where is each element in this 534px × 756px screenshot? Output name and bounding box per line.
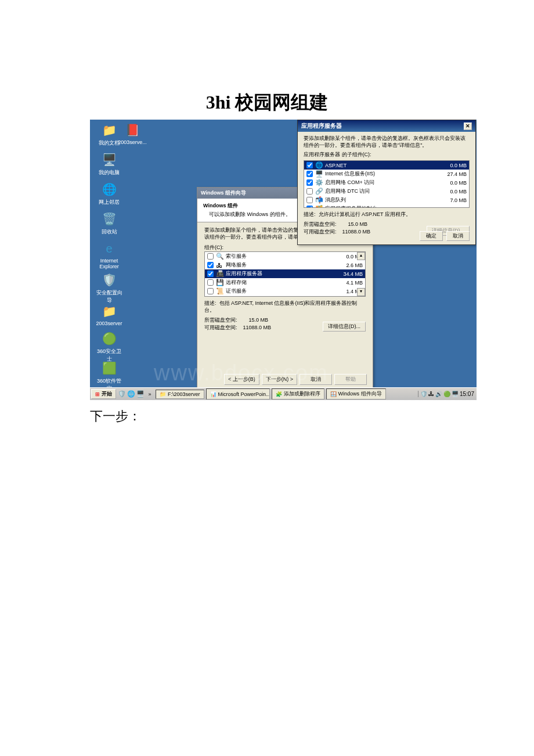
taskbar-task[interactable]: 📊Microsoft PowerPoin... <box>206 388 270 399</box>
subcomponent-row[interactable]: 🗂️应用程序服务器控制台0.0 MB <box>304 204 469 208</box>
subcomponent-icon: 🗂️ <box>315 205 323 208</box>
clock[interactable]: 15:07 <box>460 391 474 397</box>
subcomponent-row[interactable]: 📬消息队列7.0 MB <box>304 196 469 204</box>
component-row[interactable]: 📜证书服务1.4 MB <box>205 287 365 296</box>
subcomponent-icon: ⚙️ <box>315 179 323 186</box>
folder-icon: 📁 <box>160 391 166 397</box>
components-label: 组件(C): <box>204 244 366 251</box>
dialog-titlebar[interactable]: 应用程序服务器 ✕ <box>298 120 475 132</box>
dialog-instruction: 要添加或删除某个组件，请单击旁边的复选框。灰色框表示只会安装该组件的一部分。要查… <box>304 135 470 149</box>
dialog-description: 描述: 允许此计算机运行 ASP.NET 应用程序。 <box>304 211 470 218</box>
help-button[interactable]: 帮助 <box>334 374 367 385</box>
component-row[interactable]: 💾远程存储4.1 MB <box>205 278 365 287</box>
quick-launch: 🛡️ 🌐 🖥️ » <box>118 390 154 398</box>
taskbar: ⊞ 开始 🛡️ 🌐 🖥️ » 📁 F:\2003server 📊Microsof… <box>90 387 477 400</box>
scroll-down-icon[interactable]: ▾ <box>357 288 365 296</box>
disk-space-info: 所需磁盘空间: 15.0 MB 可用磁盘空间: 11088.0 MB <box>204 316 271 332</box>
subcomponents-list[interactable]: 🌐ASP.NET0.0 MB🖥️Internet 信息服务(IIS)27.4 M… <box>304 160 470 208</box>
app-server-dialog: 应用程序服务器 ✕ 要添加或删除某个组件，请单击旁边的复选框。灰色框表示只会安装… <box>297 120 476 245</box>
taskbar-folder[interactable]: 📁 F:\2003server <box>156 390 204 399</box>
scroll-up-icon[interactable]: ▴ <box>357 252 365 260</box>
subcomponent-checkbox[interactable] <box>306 197 313 203</box>
subcomponent-row[interactable]: ⚙️启用网络 COM+ 访问0.0 MB <box>304 178 469 187</box>
component-row[interactable]: 🔍索引服务0.0 MB <box>205 252 365 261</box>
next-button[interactable]: 下一步(N) > <box>262 374 297 385</box>
subcomponent-icon: 🌐 <box>315 161 323 169</box>
component-checkbox[interactable] <box>207 288 214 294</box>
desktop-icon[interactable]: 📕2003serve... <box>118 122 147 145</box>
subcomponent-icon: 🖥️ <box>315 170 323 178</box>
subcomponent-row[interactable]: 🌐ASP.NET0.0 MB <box>304 161 469 170</box>
desktop-icon[interactable]: eInternet Explorer <box>95 240 124 269</box>
taskbar-task[interactable]: 🧩添加或删除程序 <box>272 388 324 399</box>
component-icon: 🖧 <box>216 262 224 269</box>
windows-flag-icon: ⊞ <box>95 391 100 397</box>
ql-icon-2[interactable]: 🌐 <box>127 390 135 398</box>
screenshot-container: 📁我的文档📕2003serve...🖥️我的电脑🌐网上邻居🗑️回收站eInter… <box>90 120 477 400</box>
dialog-title-text: 应用程序服务器 <box>301 122 342 130</box>
component-icon: 💾 <box>216 279 224 286</box>
desktop-icon[interactable]: 🛡️安全配置向导 <box>95 272 124 304</box>
tray-icon[interactable]: 🛡️ <box>420 391 427 397</box>
desktop-icon[interactable]: 📁2003server <box>95 303 124 326</box>
tray-icon[interactable]: 🔊 <box>435 391 442 397</box>
task-icon: 🧩 <box>276 391 282 397</box>
component-row[interactable]: 📠应用程序服务器34.4 MB <box>205 269 365 278</box>
ql-icon-4[interactable]: » <box>146 390 154 398</box>
ql-icon-3[interactable]: 🖥️ <box>136 390 145 398</box>
close-icon[interactable]: ✕ <box>464 123 472 130</box>
start-button[interactable]: ⊞ 开始 <box>91 389 116 399</box>
subcomponent-icon: 🔗 <box>315 188 323 195</box>
back-button[interactable]: < 上一步(B) <box>224 374 259 385</box>
component-checkbox[interactable] <box>207 279 214 286</box>
subcomponent-icon: 📬 <box>315 196 323 204</box>
taskbar-task[interactable]: 🪟Windows 组件向导 <box>326 388 386 399</box>
system-tray: 🛡️ 🖧 🔊 🟢 🖥️ 15:07 <box>418 391 477 397</box>
subcomponent-row[interactable]: 🔗启用网络 DTC 访问0.0 MB <box>304 187 469 196</box>
task-icon: 📊 <box>210 391 217 397</box>
dialog-cancel-button[interactable]: 取消 <box>446 231 470 241</box>
tray-icon[interactable]: 🟢 <box>443 391 450 397</box>
ok-button[interactable]: 确定 <box>420 231 443 241</box>
component-row[interactable]: 🖧网络服务2.6 MB <box>205 261 365 269</box>
details-button[interactable]: 详细信息(D)... <box>323 322 366 332</box>
tray-icon[interactable]: 🖧 <box>428 391 434 397</box>
component-icon: 📠 <box>216 270 224 278</box>
component-checkbox[interactable] <box>207 271 214 277</box>
desktop-icon[interactable]: 🖥️我的电脑 <box>95 152 124 177</box>
wizard-description: 描述: 包括 ASP.NET, Internet 信息服务(IIS)和应用程序服… <box>204 300 366 314</box>
component-icon: 📜 <box>216 287 224 295</box>
desktop-icon[interactable]: 🌐网上邻居 <box>95 181 124 206</box>
subcomponent-checkbox[interactable] <box>306 162 313 168</box>
subcomponent-row[interactable]: 🖥️Internet 信息服务(IIS)27.4 MB <box>304 170 469 178</box>
caption-text: 下一步： <box>90 408 141 425</box>
component-icon: 🔍 <box>216 253 224 260</box>
component-checkbox[interactable] <box>207 253 214 260</box>
ql-icon-1[interactable]: 🛡️ <box>118 390 126 398</box>
subcomponents-label: 应用程序服务器 的子组件(C): <box>304 151 470 159</box>
desktop-icon[interactable]: 🗑️回收站 <box>95 211 124 236</box>
cancel-button[interactable]: 取消 <box>300 374 332 385</box>
components-list[interactable]: 🔍索引服务0.0 MB🖧网络服务2.6 MB📠应用程序服务器34.4 MB💾远程… <box>204 251 366 297</box>
component-checkbox[interactable] <box>207 262 214 268</box>
subcomponent-checkbox[interactable] <box>306 179 313 186</box>
desktop-icon[interactable]: 🟢360安全卫士 <box>95 330 124 363</box>
task-icon: 🪟 <box>330 391 337 397</box>
subcomponent-checkbox[interactable] <box>306 206 313 208</box>
tray-icon[interactable]: 🖥️ <box>452 391 459 397</box>
subcomponent-checkbox[interactable] <box>306 188 313 195</box>
dialog-disk-space: 所需磁盘空间: 15.0 MB 可用磁盘空间: 11088.0 MB <box>304 221 370 236</box>
document-title: 3hi 校园网组建 <box>0 0 534 116</box>
subcomponent-checkbox[interactable] <box>306 171 313 177</box>
